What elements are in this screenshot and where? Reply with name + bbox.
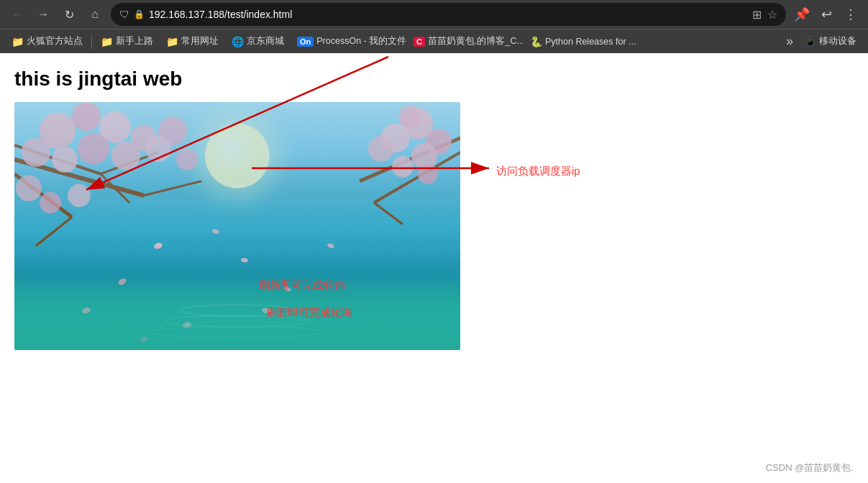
reload-button[interactable]: ↻ bbox=[59, 4, 79, 24]
bookmarks-bar: 📁 火狐官方站点 📁 新手上路 📁 常用网址 🌐 京东商城 On Process… bbox=[0, 29, 868, 53]
bookmark-csdn[interactable]: C 苗苗奶黄包.的博客_C... bbox=[408, 32, 523, 50]
page-content: this is jingtai web bbox=[0, 53, 868, 483]
bookmark-python[interactable]: 🐍 Python Releases for ... bbox=[524, 33, 639, 50]
star-icon[interactable]: ☆ bbox=[767, 8, 777, 22]
forward-button[interactable]: → bbox=[33, 4, 53, 24]
cherry-blossom-svg bbox=[14, 102, 460, 350]
address-text: 192.168.137.188/test/index.html bbox=[149, 9, 748, 20]
qr-icon[interactable]: ⊞ bbox=[752, 8, 762, 22]
mobile-device-label: 移动设备 bbox=[819, 35, 856, 47]
bookmark-label-2: 新手上路 bbox=[116, 35, 153, 47]
bookmark-divider-1 bbox=[91, 34, 92, 49]
bookmark-jd[interactable]: 🌐 京东商城 bbox=[226, 32, 290, 50]
shield-icon: 🛡 bbox=[119, 9, 129, 20]
outside-annotation: 访问负载调度器ip bbox=[496, 165, 580, 178]
folder-icon-3: 📁 bbox=[166, 36, 178, 47]
processon-icon: On bbox=[297, 37, 314, 47]
nav-bar: ← → ↻ ⌂ 🛡 🔒 192.168.137.188/test/index.h… bbox=[0, 0, 868, 29]
bookmark-processon[interactable]: On ProcessOn - 我的文件 bbox=[291, 32, 406, 50]
image-annotation: 刷新即可完成轮询 bbox=[259, 279, 345, 293]
folder-icon-2: 📁 bbox=[101, 36, 113, 47]
address-bar[interactable]: 🛡 🔒 192.168.137.188/test/index.html ⊞ ☆ bbox=[111, 3, 786, 26]
globe-icon: 🌐 bbox=[232, 36, 244, 47]
nav-right-icons: 📌 ↩ ⋮ bbox=[792, 4, 861, 24]
bookmark-common[interactable]: 📁 常用网址 bbox=[160, 32, 224, 50]
scenic-bg: 刷新即可完成轮询 bbox=[14, 102, 460, 350]
bookmark-label-7: Python Releases for ... bbox=[545, 37, 636, 47]
folder-icon: 📁 bbox=[12, 36, 24, 47]
mobile-icon: 📱 bbox=[805, 36, 816, 47]
bookmark-label-3: 常用网址 bbox=[181, 35, 219, 47]
svg-rect-46 bbox=[14, 102, 460, 260]
bookmark-label-4: 京东商城 bbox=[247, 35, 284, 47]
back-arrow-button[interactable]: ↩ bbox=[816, 4, 836, 24]
page-title: this is jingtai web bbox=[14, 68, 854, 91]
pin-button[interactable]: 📌 bbox=[792, 4, 812, 24]
bookmark-newbie[interactable]: 📁 新手上路 bbox=[95, 32, 159, 50]
home-button[interactable]: ⌂ bbox=[85, 4, 105, 24]
image-annotation-overlay: 刷新即可完成轮询 bbox=[266, 306, 352, 320]
bookmark-label-5: ProcessOn - 我的文件 bbox=[316, 35, 406, 47]
bookmark-label: 火狐官方站点 bbox=[27, 35, 83, 47]
csdn-watermark: CSDN @苗苗奶黄包. bbox=[766, 461, 854, 474]
more-bookmarks-button[interactable]: » bbox=[782, 32, 798, 50]
scenic-image: 刷新即可完成轮询 bbox=[14, 102, 460, 350]
back-button[interactable]: ← bbox=[7, 4, 27, 24]
menu-button[interactable]: ⋮ bbox=[841, 4, 861, 24]
csdn-icon: C bbox=[414, 37, 425, 47]
mobile-device-button[interactable]: 📱 移动设备 bbox=[799, 32, 862, 50]
bookmark-huhu[interactable]: 📁 火狐官方站点 bbox=[6, 32, 88, 50]
svg-rect-45 bbox=[14, 260, 460, 350]
python-icon: 🐍 bbox=[530, 36, 542, 47]
bookmark-label-6: 苗苗奶黄包.的博客_C... bbox=[428, 35, 523, 47]
lock-icon: 🔒 bbox=[134, 9, 145, 19]
browser-chrome: ← → ↻ ⌂ 🛡 🔒 192.168.137.188/test/index.h… bbox=[0, 0, 868, 53]
address-right-icons: ⊞ ☆ bbox=[752, 8, 777, 22]
